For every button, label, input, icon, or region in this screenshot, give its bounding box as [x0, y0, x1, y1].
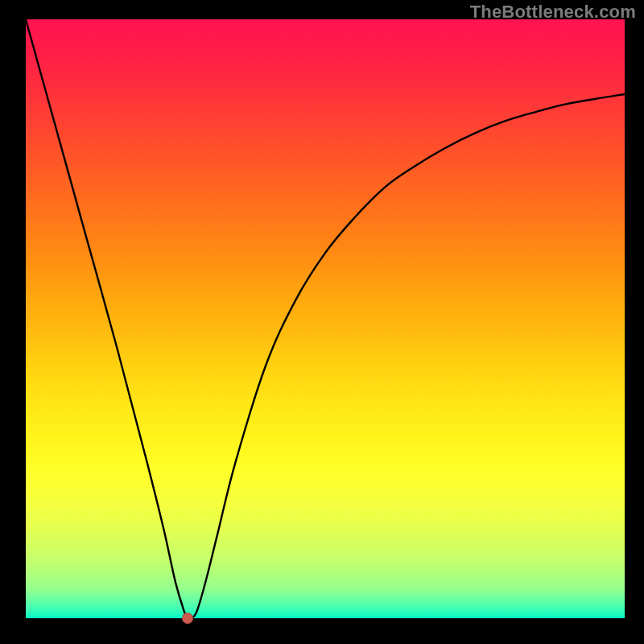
curve-svg	[26, 19, 625, 618]
plot-area	[26, 19, 625, 618]
attribution-label: TheBottleneck.com	[470, 2, 636, 23]
chart-frame: TheBottleneck.com	[0, 0, 644, 644]
bottleneck-curve-path	[26, 19, 625, 618]
optimal-point-marker	[182, 613, 193, 624]
